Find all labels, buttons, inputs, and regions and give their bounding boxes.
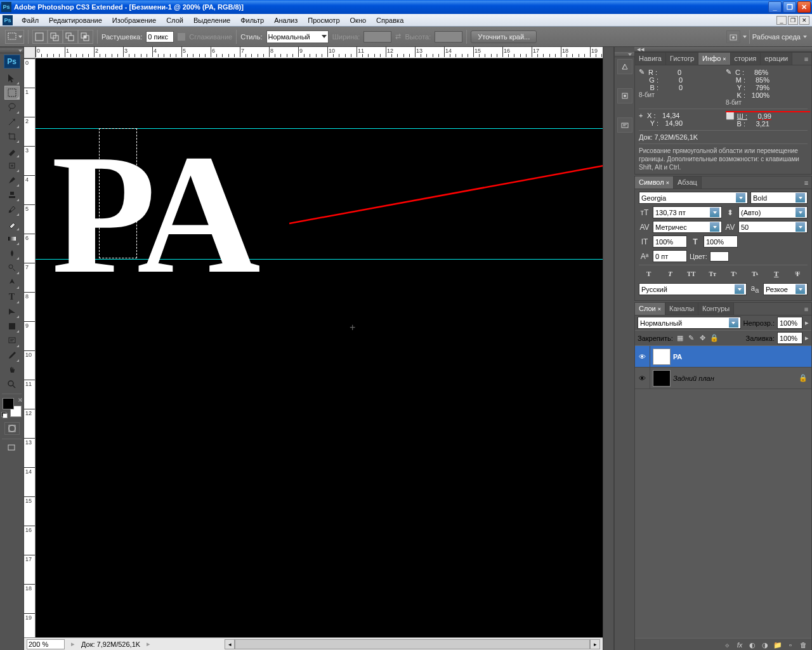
refine-edge-button[interactable]: Уточнить край... bbox=[471, 30, 537, 43]
menu-file[interactable]: Файл bbox=[16, 15, 44, 25]
minimize-button[interactable]: _ bbox=[768, 1, 782, 13]
language-select[interactable]: Русский bbox=[639, 283, 747, 295]
path-tool[interactable] bbox=[4, 305, 20, 319]
layer-group-icon[interactable]: 📁 bbox=[772, 640, 783, 650]
brush-tool[interactable] bbox=[4, 173, 20, 187]
baseline-input[interactable] bbox=[653, 250, 687, 262]
scroll-left-button[interactable]: ◂ bbox=[225, 639, 235, 649]
adjustment-layer-icon[interactable]: ◑ bbox=[759, 640, 771, 650]
kerning-select[interactable]: Метричес bbox=[653, 221, 722, 233]
doc-close-button[interactable]: ✕ bbox=[799, 16, 809, 25]
vertical-ruler[interactable]: 01234567891011121314151617181920 bbox=[24, 58, 36, 637]
crop-tool[interactable] bbox=[4, 129, 20, 143]
lock-transparency-icon[interactable]: ▦ bbox=[676, 334, 684, 343]
text-color-swatch[interactable] bbox=[710, 251, 729, 262]
panel-menu-icon[interactable]: ≡ bbox=[801, 303, 811, 315]
style-select[interactable]: Нормальный bbox=[266, 30, 329, 43]
antialias-select[interactable]: Резкое bbox=[763, 283, 808, 295]
faux-italic-button[interactable]: T bbox=[660, 268, 681, 279]
stamp-tool[interactable] bbox=[4, 188, 20, 202]
visibility-icon[interactable]: 👁 bbox=[635, 346, 650, 367]
eraser-tool[interactable] bbox=[4, 217, 20, 231]
strikethrough-button[interactable]: T bbox=[788, 268, 808, 279]
hscale-input[interactable] bbox=[704, 235, 738, 248]
marquee-tool[interactable] bbox=[4, 86, 20, 100]
panel-icon-1[interactable] bbox=[617, 59, 632, 74]
blur-tool[interactable] bbox=[4, 246, 20, 260]
panel-icon-3[interactable] bbox=[617, 117, 632, 133]
lock-position-icon[interactable]: ✥ bbox=[698, 334, 707, 343]
smallcaps-button[interactable]: Tт bbox=[703, 268, 723, 279]
history-brush-tool[interactable] bbox=[4, 202, 20, 216]
hand-tool[interactable] bbox=[4, 363, 20, 377]
slice-tool[interactable] bbox=[4, 144, 20, 158]
notes-tool[interactable] bbox=[4, 334, 20, 348]
panel-menu-icon[interactable]: ≡ bbox=[801, 176, 811, 189]
tab-paragraph[interactable]: Абзац bbox=[674, 176, 702, 189]
menu-filter[interactable]: Фильтр bbox=[235, 15, 269, 25]
menu-window[interactable]: Окно bbox=[345, 15, 372, 25]
zoom-tool[interactable] bbox=[4, 378, 20, 392]
doc-minimize-button[interactable]: _ bbox=[776, 16, 787, 25]
menu-view[interactable]: Просмотр bbox=[303, 15, 344, 25]
selection-intersect-icon[interactable] bbox=[78, 30, 93, 44]
lock-all-icon[interactable]: 🔒 bbox=[710, 334, 719, 343]
quickmask-button[interactable] bbox=[4, 422, 20, 435]
menu-help[interactable]: Справка bbox=[371, 15, 409, 25]
leading-select[interactable]: (Авто) bbox=[738, 206, 808, 218]
layer-thumbnail[interactable] bbox=[653, 370, 671, 387]
tab-layers[interactable]: Слои× bbox=[635, 303, 665, 315]
underline-button[interactable]: T bbox=[766, 268, 787, 279]
pen-tool[interactable] bbox=[4, 275, 20, 289]
bridge-icon[interactable] bbox=[726, 30, 740, 43]
faux-bold-button[interactable]: T bbox=[639, 268, 659, 279]
color-swatches[interactable]: ⤭ bbox=[3, 398, 22, 417]
new-layer-icon[interactable]: ▫ bbox=[785, 640, 796, 650]
doc-restore-button[interactable]: ❐ bbox=[788, 16, 798, 25]
feather-input[interactable] bbox=[146, 31, 174, 43]
visibility-icon[interactable]: 👁 bbox=[635, 368, 650, 388]
menu-select[interactable]: Выделение bbox=[188, 15, 235, 25]
layer-row[interactable]: 👁 Задний план 🔒 bbox=[635, 368, 811, 389]
font-style-select[interactable]: Bold bbox=[750, 192, 808, 204]
blend-mode-select[interactable]: Нормальный bbox=[638, 317, 741, 329]
superscript-button[interactable]: T¹ bbox=[724, 268, 744, 279]
subscript-button[interactable]: T₁ bbox=[745, 268, 766, 279]
fill-input[interactable] bbox=[777, 332, 802, 344]
shape-tool[interactable] bbox=[4, 319, 20, 333]
screenmode-button[interactable] bbox=[4, 442, 20, 454]
zoom-input[interactable] bbox=[27, 639, 65, 649]
collapsed-dock[interactable] bbox=[603, 47, 614, 650]
lock-pixels-icon[interactable]: ✎ bbox=[687, 334, 696, 343]
default-colors-icon[interactable] bbox=[1, 412, 8, 418]
type-tool[interactable]: T bbox=[4, 290, 20, 304]
move-tool[interactable] bbox=[4, 71, 20, 85]
tracking-select[interactable]: 50 bbox=[738, 221, 808, 233]
tab-navigator[interactable]: Навига bbox=[635, 53, 666, 65]
link-layers-icon[interactable]: ⟐ bbox=[721, 640, 733, 650]
eyedropper-tool[interactable] bbox=[4, 348, 20, 362]
selection-new-icon[interactable] bbox=[32, 30, 48, 44]
gradient-tool[interactable] bbox=[4, 232, 20, 246]
close-button[interactable]: ✕ bbox=[797, 1, 811, 13]
foreground-color-swatch[interactable] bbox=[3, 398, 14, 409]
allcaps-button[interactable]: TT bbox=[681, 268, 702, 279]
selection-add-icon[interactable] bbox=[48, 30, 63, 44]
vscale-input[interactable] bbox=[653, 235, 687, 248]
workspace-label[interactable]: Рабочая среда bbox=[752, 33, 801, 41]
font-family-select[interactable]: Georgia bbox=[639, 192, 748, 204]
tab-character[interactable]: Символ× bbox=[635, 176, 674, 189]
layer-fx-icon[interactable]: fx bbox=[734, 640, 745, 650]
opacity-input[interactable] bbox=[777, 317, 802, 329]
tab-paths[interactable]: Контуры bbox=[698, 303, 734, 315]
panel-menu-icon[interactable]: ≡ bbox=[801, 53, 811, 65]
tab-history[interactable]: стория bbox=[731, 53, 761, 65]
menu-image[interactable]: Изображение bbox=[107, 15, 161, 25]
document-canvas[interactable]: PA + bbox=[36, 58, 603, 637]
tab-actions[interactable]: ерации bbox=[761, 53, 792, 65]
panel-icon-2[interactable] bbox=[617, 88, 632, 103]
menu-edit[interactable]: Редактирование bbox=[44, 15, 107, 25]
tab-info[interactable]: Инфо× bbox=[698, 53, 730, 65]
selection-subtract-icon[interactable] bbox=[63, 30, 78, 44]
layer-thumbnail[interactable]: T bbox=[653, 348, 671, 365]
